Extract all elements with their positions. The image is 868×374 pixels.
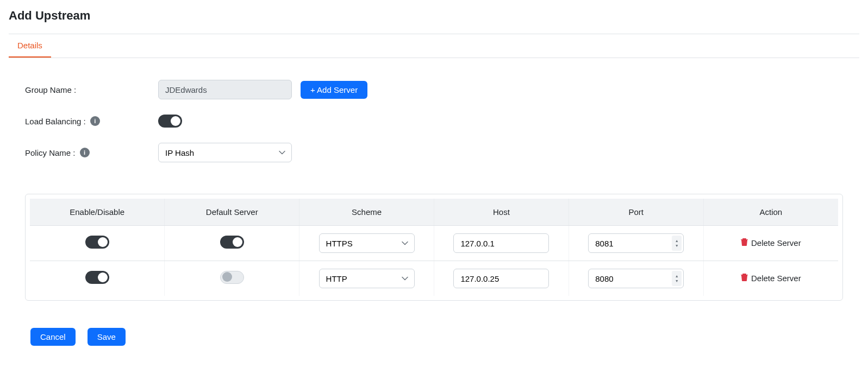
row-policy-name: Policy Name : i	[25, 143, 843, 162]
cancel-button[interactable]: Cancel	[30, 328, 76, 346]
port-input[interactable]	[588, 269, 684, 288]
label-load-balancing-text: Load Balancing :	[25, 117, 86, 126]
scheme-select-wrap	[319, 233, 415, 253]
form-section: Group Name : + Add Server Load Balancing…	[9, 58, 859, 188]
scheme-select[interactable]	[319, 233, 415, 253]
label-load-balancing: Load Balancing : i	[25, 116, 158, 126]
th-host: Host	[434, 199, 569, 226]
scheme-select[interactable]	[319, 269, 415, 288]
stepper-icon[interactable]: ▲▼	[672, 236, 682, 251]
th-enable: Enable/Disable	[30, 199, 165, 226]
row-group-name: Group Name : + Add Server	[25, 80, 843, 99]
th-port: Port	[569, 199, 703, 226]
enable-toggle[interactable]	[85, 271, 109, 284]
save-button[interactable]: Save	[88, 328, 126, 346]
host-input[interactable]	[453, 269, 549, 288]
delete-label: Delete Server	[751, 238, 801, 248]
form-actions: Cancel Save	[9, 317, 859, 357]
delete-server-button[interactable]: Delete Server	[741, 274, 801, 283]
port-wrap: ▲▼	[588, 233, 684, 253]
tab-details[interactable]: Details	[9, 34, 51, 58]
servers-table: Enable/Disable Default Server Scheme Hos…	[30, 199, 838, 296]
scheme-select-wrap	[319, 269, 415, 288]
tabs: Details	[9, 34, 859, 58]
row-load-balancing: Load Balancing : i	[25, 115, 843, 128]
delete-server-button[interactable]: Delete Server	[741, 238, 801, 248]
trash-icon	[741, 274, 748, 283]
label-policy-name: Policy Name : i	[25, 148, 158, 157]
th-scheme: Scheme	[299, 199, 434, 226]
th-default: Default Server	[165, 199, 299, 226]
stepper-icon[interactable]: ▲▼	[672, 271, 682, 286]
load-balancing-toggle[interactable]	[158, 115, 182, 128]
table-row: ▲▼Delete Server	[30, 261, 838, 296]
default-server-toggle[interactable]	[220, 236, 244, 249]
servers-table-wrap: Enable/Disable Default Server Scheme Hos…	[25, 194, 843, 301]
info-icon[interactable]: i	[90, 116, 100, 126]
label-policy-name-text: Policy Name :	[25, 148, 76, 157]
enable-toggle[interactable]	[85, 236, 109, 249]
host-input[interactable]	[453, 233, 549, 253]
table-row: ▲▼Delete Server	[30, 226, 838, 261]
table-body: ▲▼Delete Server▲▼Delete Server	[30, 226, 838, 296]
th-action: Action	[703, 199, 838, 226]
group-name-input[interactable]	[158, 80, 292, 99]
port-wrap: ▲▼	[588, 269, 684, 288]
policy-select-wrap	[158, 143, 292, 162]
delete-label: Delete Server	[751, 274, 801, 283]
trash-icon	[741, 238, 748, 248]
info-icon[interactable]: i	[80, 148, 90, 157]
page-title: Add Upstream	[9, 9, 859, 23]
add-server-button[interactable]: + Add Server	[301, 81, 367, 99]
policy-select[interactable]	[158, 143, 292, 162]
port-input[interactable]	[588, 233, 684, 253]
table-header-row: Enable/Disable Default Server Scheme Hos…	[30, 199, 838, 226]
label-group-name: Group Name :	[25, 85, 158, 94]
default-server-toggle[interactable]	[220, 271, 244, 284]
